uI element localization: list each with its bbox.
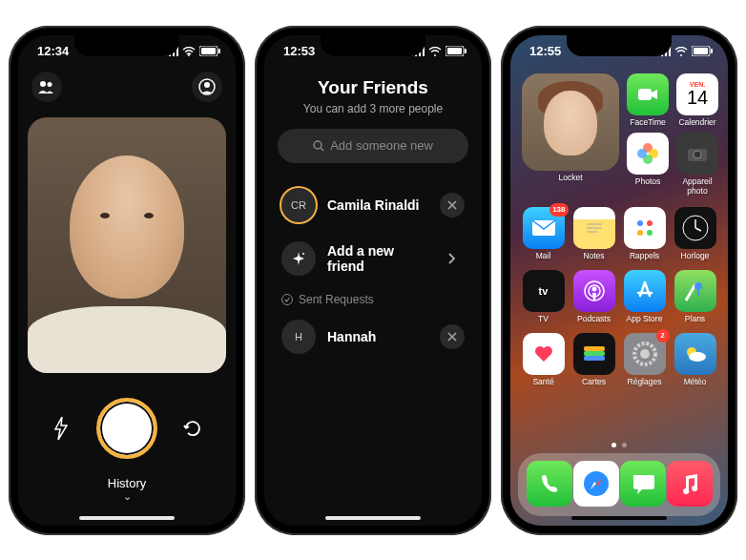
app-TV[interactable]: tvTV bbox=[520, 270, 567, 323]
wifi-icon bbox=[428, 47, 442, 56]
profile-button[interactable] bbox=[192, 72, 222, 102]
svg-rect-7 bbox=[218, 49, 220, 53]
history-button[interactable]: History ⌄ bbox=[18, 476, 236, 503]
search-icon bbox=[313, 140, 324, 152]
avatar: CR bbox=[281, 188, 316, 222]
person-face bbox=[70, 156, 184, 299]
remove-friend-button[interactable] bbox=[440, 193, 465, 218]
app-phone[interactable] bbox=[527, 461, 572, 508]
app-icon: 2 bbox=[624, 333, 666, 375]
app-Appareil photo[interactable]: Appareil photo bbox=[676, 133, 718, 196]
svg-point-38 bbox=[694, 151, 701, 158]
app-label: Rappels bbox=[621, 251, 668, 260]
camera-viewfinder[interactable] bbox=[28, 117, 226, 373]
svg-rect-6 bbox=[201, 48, 216, 54]
search-input[interactable]: Add someone new bbox=[278, 129, 468, 163]
friend-name: Camila Rinaldi bbox=[327, 197, 428, 213]
calendar-date: 14 bbox=[687, 88, 708, 107]
battery-icon bbox=[446, 46, 466, 56]
app-FaceTime[interactable]: FaceTime bbox=[627, 73, 669, 127]
app-icon bbox=[573, 461, 619, 507]
app-Notes[interactable]: Notes bbox=[570, 207, 617, 260]
svg-point-8 bbox=[40, 81, 46, 87]
svg-point-46 bbox=[647, 230, 653, 236]
app-label: Mail bbox=[520, 251, 567, 260]
flip-camera-button[interactable] bbox=[178, 414, 207, 443]
app-messages[interactable] bbox=[620, 461, 666, 508]
svg-point-9 bbox=[48, 82, 52, 87]
rotate-icon bbox=[182, 418, 203, 439]
locket-widget[interactable] bbox=[522, 73, 619, 171]
app-icon: tv bbox=[523, 270, 565, 312]
app-Podcasts[interactable]: Podcasts bbox=[570, 270, 617, 323]
person-icon bbox=[198, 78, 216, 95]
app-Réglages[interactable]: 2Réglages bbox=[621, 333, 668, 386]
app-Photos[interactable]: Photos bbox=[627, 133, 669, 196]
battery-icon bbox=[199, 46, 220, 56]
app-icon bbox=[667, 461, 713, 507]
status-time: 12:53 bbox=[283, 44, 315, 58]
app-label: FaceTime bbox=[627, 117, 669, 127]
flash-button[interactable] bbox=[47, 414, 75, 443]
app-icon bbox=[674, 270, 716, 312]
app-Rappels[interactable]: Rappels bbox=[621, 207, 668, 260]
home-indicator[interactable] bbox=[325, 516, 421, 520]
status-time: 12:55 bbox=[529, 44, 561, 58]
app-App Store[interactable]: App Store bbox=[621, 270, 668, 323]
home-indicator[interactable] bbox=[79, 516, 175, 520]
page-dots[interactable] bbox=[611, 443, 627, 447]
badge: 2 bbox=[656, 329, 670, 342]
svg-rect-19 bbox=[465, 49, 466, 53]
sparkle-icon bbox=[281, 241, 316, 276]
home-indicator[interactable] bbox=[571, 516, 667, 520]
svg-point-52 bbox=[591, 286, 596, 291]
close-icon bbox=[447, 332, 457, 342]
shutter-button[interactable] bbox=[96, 398, 157, 459]
status-time: 12:34 bbox=[37, 44, 69, 58]
app-Météo[interactable]: Météo bbox=[672, 333, 718, 386]
friends-button[interactable] bbox=[31, 72, 62, 102]
app-icon bbox=[573, 207, 615, 249]
svg-point-11 bbox=[204, 82, 210, 88]
app-icon bbox=[674, 333, 716, 375]
app-Mail[interactable]: 138Mail bbox=[520, 207, 567, 260]
svg-rect-30 bbox=[694, 48, 708, 54]
request-row[interactable]: H Hannah bbox=[264, 310, 482, 363]
app-icon bbox=[573, 333, 615, 375]
app-safari[interactable] bbox=[573, 461, 619, 508]
app-label: Podcasts bbox=[570, 314, 617, 323]
avatar: H bbox=[281, 320, 316, 354]
svg-rect-55 bbox=[584, 351, 605, 356]
bolt-icon bbox=[52, 417, 70, 440]
app-label: Notes bbox=[570, 251, 617, 260]
svg-point-36 bbox=[637, 149, 647, 158]
svg-point-43 bbox=[637, 220, 643, 226]
sent-requests-header: Sent Requests bbox=[264, 285, 482, 310]
check-icon bbox=[281, 294, 293, 305]
app-music[interactable] bbox=[667, 461, 713, 508]
svg-point-23 bbox=[282, 294, 293, 304]
add-friend-row[interactable]: Add a new friend bbox=[264, 232, 482, 285]
svg-rect-54 bbox=[584, 346, 605, 351]
phone-locket-friends: 12:53 Your Friends You can add 3 more pe… bbox=[255, 26, 491, 535]
app-Plans[interactable]: Plans bbox=[672, 270, 718, 323]
app-icon bbox=[527, 461, 572, 507]
app-Santé[interactable]: Santé bbox=[520, 333, 567, 386]
phone-locket-camera: 12:34 bbox=[9, 26, 245, 535]
svg-rect-18 bbox=[447, 48, 462, 54]
app-label: Photos bbox=[627, 176, 669, 186]
svg-point-45 bbox=[637, 230, 643, 236]
svg-point-53 bbox=[694, 282, 702, 290]
app-Horloge[interactable]: Horloge bbox=[672, 207, 718, 260]
svg-point-20 bbox=[314, 141, 321, 149]
friend-row[interactable]: CR Camila Rinaldi bbox=[264, 178, 482, 232]
app-label: Santé bbox=[520, 377, 567, 386]
request-name: Hannah bbox=[327, 329, 428, 344]
app-label: Plans bbox=[672, 314, 718, 323]
cancel-request-button[interactable] bbox=[440, 324, 465, 349]
app-Cartes[interactable]: Cartes bbox=[570, 333, 617, 386]
app-icon: VEN.14 bbox=[676, 73, 718, 115]
app-Calendrier[interactable]: VEN.14Calendrier bbox=[676, 73, 718, 127]
badge: 138 bbox=[549, 203, 568, 217]
phone-ios-home: 12:55 Locket FaceTimeVEN.14CalendrierPho… bbox=[501, 26, 737, 535]
